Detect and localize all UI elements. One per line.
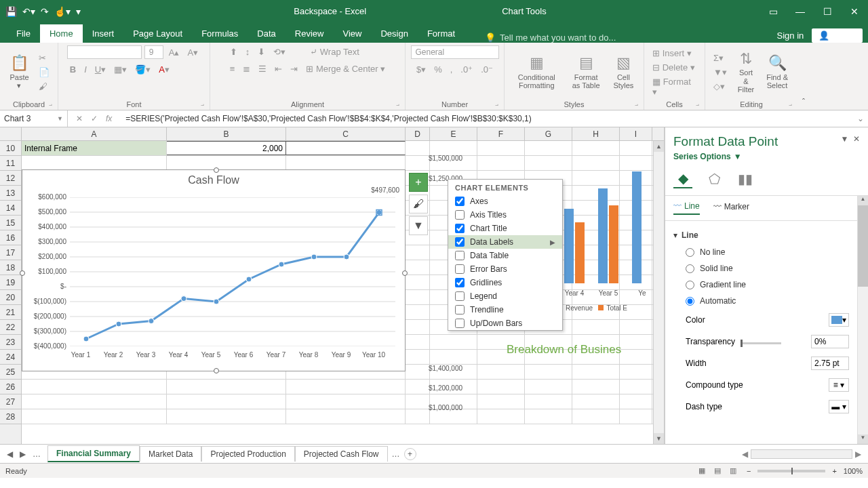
cell-F25[interactable]	[477, 365, 525, 379]
cell-G26[interactable]	[525, 380, 572, 394]
compound-type-picker[interactable]: ≡ ▾	[829, 378, 849, 392]
hscroll-left-icon[interactable]: ◀	[739, 449, 751, 459]
zoom-level[interactable]: 100%	[844, 467, 863, 475]
line-section[interactable]: ▾Line	[673, 226, 849, 244]
col-header-B[interactable]: B	[167, 127, 286, 140]
row-header-24[interactable]: 24	[0, 350, 21, 365]
cell-A28[interactable]	[22, 409, 167, 424]
align-left-icon[interactable]: ≡	[227, 62, 238, 75]
cell-I28[interactable]	[620, 409, 652, 424]
cell-A11[interactable]	[22, 156, 167, 170]
currency-icon[interactable]: $▾	[414, 63, 429, 76]
close-pane-icon[interactable]: ✕	[853, 134, 860, 144]
chart-plot-area[interactable]	[70, 197, 395, 346]
cell-D20[interactable]	[406, 290, 430, 304]
fill-color-button[interactable]: 🪣▾	[132, 63, 153, 76]
comma-icon[interactable]: ,	[448, 63, 456, 76]
row-header-11[interactable]: 11	[0, 156, 21, 171]
row-header-16[interactable]: 16	[0, 230, 21, 245]
tab-insert[interactable]: Insert	[83, 24, 124, 43]
cell-H10[interactable]	[572, 141, 620, 155]
cell-E10[interactable]	[430, 141, 477, 155]
chart-filters-button[interactable]: ▼	[409, 216, 428, 235]
tab-formulas[interactable]: Formulas	[192, 24, 248, 43]
insert-function-icon[interactable]: fx	[106, 114, 112, 123]
italic-button[interactable]: I	[81, 63, 90, 76]
hscroll-right-icon[interactable]: ▶	[852, 449, 864, 459]
effects-icon[interactable]: ⬠	[705, 169, 724, 188]
col-header-E[interactable]: E	[430, 127, 477, 140]
cell-D26[interactable]	[406, 380, 430, 394]
underline-button[interactable]: U▾	[92, 63, 108, 76]
chart-element-legend[interactable]: Legend	[448, 289, 562, 303]
cell-I10[interactable]	[620, 141, 652, 155]
chart-element-error-bars[interactable]: Error Bars	[448, 262, 562, 276]
cell-B11[interactable]	[167, 156, 286, 170]
format-painter-icon[interactable]: 🖌	[36, 80, 52, 93]
orientation-icon[interactable]: ⟲▾	[271, 45, 288, 58]
tab-page-layout[interactable]: Page Layout	[123, 24, 192, 43]
cell-C28[interactable]	[286, 409, 406, 424]
autosum-icon[interactable]: Σ▾	[711, 52, 730, 64]
cell-H25[interactable]	[572, 365, 620, 379]
ribbon-display-icon[interactable]: ▭	[760, 0, 787, 22]
close-icon[interactable]: ✕	[841, 0, 868, 22]
chart-element-gridlines[interactable]: Gridlines	[448, 276, 562, 289]
chart-element-trendline[interactable]: Trendline	[448, 303, 562, 317]
conditional-formatting-button[interactable]: ▦Conditional Formatting	[510, 52, 564, 92]
cell-I22[interactable]	[620, 320, 652, 334]
color-picker[interactable]: ▾	[829, 313, 849, 327]
decrease-font-icon[interactable]: A▾	[185, 46, 201, 59]
align-center-icon[interactable]: ≣	[240, 62, 253, 75]
cell-G10[interactable]	[525, 141, 572, 155]
cell-D27[interactable]	[406, 394, 430, 409]
chart-elements-button[interactable]: +	[409, 173, 428, 192]
align-middle-icon[interactable]: ↕	[243, 45, 253, 58]
page-break-view-icon[interactable]: ▥	[726, 464, 740, 476]
increase-decimal-icon[interactable]: .0⁺	[458, 63, 475, 76]
row-header-17[interactable]: 17	[0, 245, 21, 260]
align-bottom-icon[interactable]: ⬇	[255, 45, 268, 58]
cell-D11[interactable]	[406, 156, 430, 170]
cell-E23[interactable]	[430, 335, 477, 349]
cell-I26[interactable]	[620, 380, 652, 394]
number-format-input[interactable]	[411, 45, 499, 59]
align-right-icon[interactable]: ☰	[256, 62, 269, 75]
row-header-13[interactable]: 13	[0, 186, 21, 201]
cell-styles-button[interactable]: ▧Cell Styles	[609, 52, 638, 92]
increase-font-icon[interactable]: A▴	[166, 46, 182, 59]
col-header-G[interactable]: G	[525, 127, 572, 140]
cancel-formula-icon[interactable]: ✕	[76, 114, 83, 123]
touch-mode-icon[interactable]: ☝▾	[54, 6, 71, 17]
row-header-28[interactable]: 28	[0, 409, 21, 424]
row-header-22[interactable]: 22	[0, 320, 21, 335]
row-header-19[interactable]: 19	[0, 275, 21, 290]
cell-C27[interactable]	[286, 394, 406, 409]
sheet-tab-financial-summary[interactable]: Financial Summary	[47, 445, 140, 462]
enter-formula-icon[interactable]: ✓	[91, 114, 98, 123]
new-sheet-button[interactable]: +	[404, 448, 416, 460]
formula-input[interactable]: =SERIES('Projected Cash Flow'!$A$30,'Pro…	[120, 114, 853, 123]
sign-in-link[interactable]: Sign in	[777, 30, 804, 41]
cell-E24[interactable]	[430, 350, 477, 364]
fill-icon[interactable]: ▼▾	[711, 66, 730, 79]
cell-F27[interactable]	[477, 394, 525, 409]
sheet-nav-more-icon[interactable]: …	[33, 449, 41, 459]
format-cells-button[interactable]: ▦ Format ▾	[650, 75, 699, 98]
tab-view[interactable]: View	[333, 24, 371, 43]
insert-cells-button[interactable]: ⊞ Insert ▾	[650, 47, 699, 60]
cell-H26[interactable]	[572, 380, 620, 394]
cell-F10[interactable]	[477, 141, 525, 155]
row-header-26[interactable]: 26	[0, 380, 21, 394]
bold-button[interactable]: B	[67, 63, 79, 76]
collapse-ribbon-icon[interactable]: ˆ	[797, 43, 810, 110]
zoom-in-icon[interactable]: +	[832, 467, 836, 475]
marker-tab[interactable]: 〰Marker	[713, 201, 749, 215]
clear-icon[interactable]: ◇▾	[711, 80, 730, 93]
scroll-up-icon[interactable]: ▲	[654, 141, 664, 152]
row-header-15[interactable]: 15	[0, 216, 21, 230]
cell-D18[interactable]	[406, 260, 430, 274]
cell-G25[interactable]	[525, 365, 572, 379]
tab-file[interactable]: File	[7, 24, 40, 43]
page-layout-view-icon[interactable]: ▤	[711, 464, 724, 476]
